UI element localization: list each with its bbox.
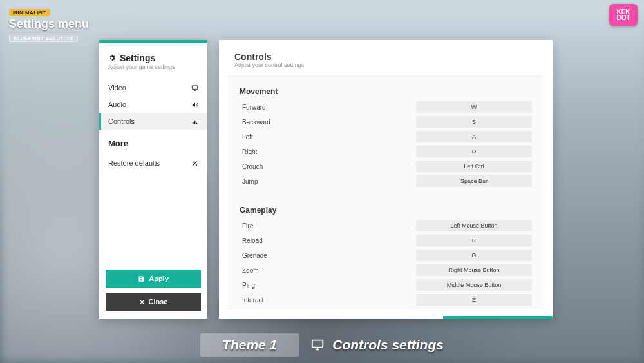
main-subtitle: Adjust your control settings [234,62,537,68]
badge-minimalist: MINIMALIST [9,9,50,16]
marketing-header: MINIMALIST Settings menu BLUEPRINT SOLUT… [9,5,89,43]
keybind-row: CrouchLeft Ctrl [240,161,532,172]
sidebar-buttons: Apply Close [99,270,207,311]
keybind-label: Fire [240,222,416,230]
keybind-input[interactable]: E [416,294,532,306]
banner-caption: Controls settings [310,337,444,353]
keybind-input[interactable]: Space Bar [416,175,532,187]
keybind-input[interactable]: Left Ctrl [416,161,532,172]
sidebar-item-restore-defaults[interactable]: Restore defaults [99,155,207,172]
keybind-label: Ping [240,282,416,289]
keybind-input[interactable]: Middle Mouse Button [416,279,532,291]
keybind-input[interactable]: W [416,101,532,113]
apply-label: Apply [149,275,169,282]
keybind-input[interactable]: Right Mouse Button [416,264,532,276]
svg-rect-5 [196,122,197,123]
keybind-label: Jump [240,178,416,185]
keybind-input[interactable]: Left Mouse Button [416,220,532,231]
sidebar-nav: Video Audio Controls [99,79,207,130]
svg-rect-0 [192,85,197,89]
section-title: Movement [240,87,532,96]
sidebar-title: Settings [108,53,198,63]
keybind-row: ForwardW [240,101,532,113]
svg-rect-3 [193,121,194,123]
keybind-row: LeftA [240,131,532,142]
keybind-input[interactable]: G [416,250,532,261]
logo-line2: DOT [616,14,630,21]
sidebar-item-label: Restore defaults [108,159,160,167]
sidebar: Settings Adjust your game settings Video… [99,40,207,319]
keybind-label: Crouch [240,163,416,170]
sidebar-item-audio[interactable]: Audio [99,96,207,113]
svg-rect-4 [194,120,196,124]
main-title: Controls [234,52,537,62]
apply-button[interactable]: Apply [106,270,201,288]
keybind-label: Forward [240,104,416,111]
sidebar-more-list: Restore defaults [99,155,207,172]
keybind-input[interactable]: D [416,146,532,157]
keybind-input[interactable]: A [416,131,532,142]
keybind-row: PingMiddle Mouse Button [240,279,532,291]
equalizer-icon [191,118,198,125]
svg-rect-11 [312,340,323,348]
sidebar-item-controls[interactable]: Controls [99,113,207,130]
section-title: Gameplay [240,206,532,215]
product-title: Settings menu [9,17,89,31]
keybind-label: Backward [240,119,416,126]
settings-container: Settings Adjust your game settings Video… [99,40,553,319]
keybind-row: GrenadeG [240,250,532,261]
keybind-row: InteractE [240,294,532,306]
sidebar-item-label: Audio [108,101,126,108]
close-button[interactable]: Close [106,293,201,311]
sidebar-item-label: Video [108,84,126,92]
monitor-icon [310,338,325,352]
badge-blueprint: BLUEPRINT SOLUTION [9,35,78,42]
keybind-label: Interact [240,297,416,304]
brand-logo-text: KEK DOT [616,9,630,21]
main-panel: Controls Adjust your control settings Mo… [219,40,553,319]
keybind-label: Grenade [240,252,416,259]
keybind-row: RightD [240,146,532,157]
speaker-icon [191,101,198,108]
keybind-row: JumpSpace Bar [240,175,532,187]
close-icon [139,299,145,305]
sidebar-subtitle: Adjust your game settings [108,64,198,70]
theme-chip: Theme 1 [200,333,299,357]
monitor-icon [191,84,198,92]
gear-icon [108,54,116,62]
keybind-label: Right [240,148,416,155]
brand-logo: KEK DOT [609,4,638,26]
keybind-row: ReloadR [240,235,532,246]
keybind-label: Left [240,133,416,141]
keybind-input[interactable]: S [416,116,532,128]
banner-caption-text: Controls settings [332,337,444,353]
sidebar-item-video[interactable]: Video [99,79,207,96]
sidebar-header: Settings Adjust your game settings [99,53,207,77]
sidebar-title-text: Settings [120,53,155,63]
sidebar-item-label: Controls [108,117,135,125]
sidebar-more-title: More [99,130,207,152]
keybind-row: BackwardS [240,116,532,128]
keybind-input[interactable]: R [416,235,532,246]
main-body[interactable]: MovementForwardWBackwardSLeftARightDCrou… [228,76,544,309]
close-label: Close [149,298,168,306]
main-header: Controls Adjust your control settings [219,40,553,76]
svg-point-8 [196,164,197,166]
save-icon [138,275,145,282]
keybind-label: Reload [240,237,416,244]
keybind-row: ZoomRight Mouse Button [240,264,532,276]
reset-icon [191,160,198,167]
keybind-row: FireLeft Mouse Button [240,220,532,231]
bottom-banner: Theme 1 Controls settings [200,333,444,357]
keybind-label: Zoom [240,267,416,274]
